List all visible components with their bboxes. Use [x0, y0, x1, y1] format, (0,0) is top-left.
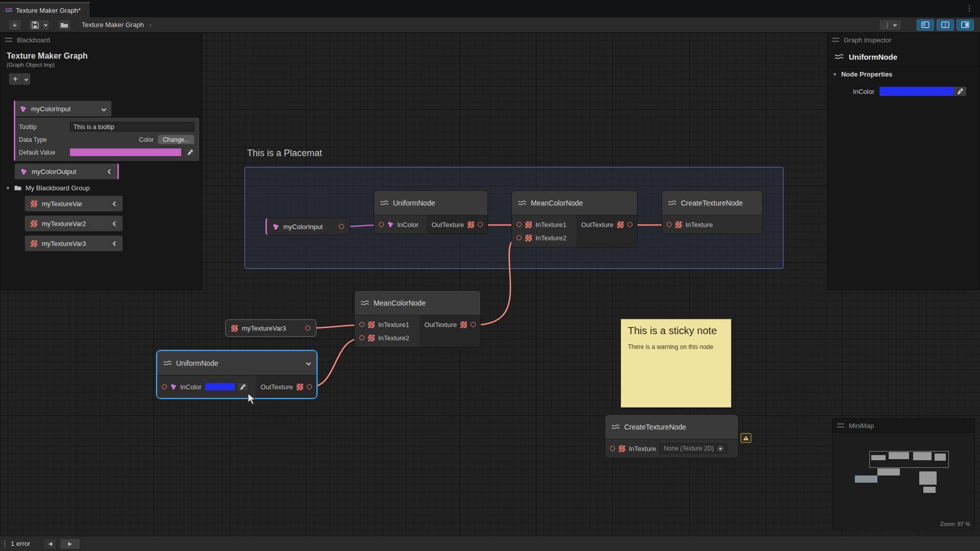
sticky-note[interactable]: This is a sticky note There is a warning… [621, 319, 731, 408]
edge-uniformsel-to-midmeancolor[interactable] [310, 338, 361, 387]
edge-texturevar3-to-midmeancolor[interactable] [309, 325, 361, 328]
node-title-bar[interactable]: CreateTextureNode [662, 191, 762, 215]
output-port[interactable] [471, 322, 476, 327]
input-port[interactable] [517, 235, 522, 240]
zoom-label: Zoom: 87 % [940, 521, 970, 527]
tooltip-input[interactable]: This is a tooltip [70, 122, 194, 132]
token-mycolorinput[interactable]: myColorInput [265, 218, 350, 235]
default-color-swatch[interactable] [70, 148, 181, 156]
node-title-bar[interactable]: MeanColorNode [355, 291, 480, 315]
field-mycolorinput[interactable]: myColorInput [14, 101, 112, 117]
node-icon [380, 200, 388, 206]
show-in-project-button[interactable] [58, 19, 71, 31]
node-createtexture-bottom[interactable]: CreateTextureNode InTexture None (Textur… [605, 414, 739, 458]
graph-inspector-panel[interactable]: Graph Inspector UniformNode ▼ Node Prope… [827, 33, 980, 290]
foldout-triangle-icon[interactable]: ▼ [6, 186, 10, 191]
eyedropper-icon [957, 88, 963, 94]
toggle-blackboard-button[interactable] [917, 19, 934, 31]
chevron-left-icon[interactable] [113, 221, 118, 226]
output-port[interactable] [339, 224, 344, 229]
change-type-button[interactable]: Change... [158, 135, 194, 144]
node-properties-label: Node Properties [841, 70, 892, 78]
field-mytexturevar3[interactable]: myTextureVar3 [24, 235, 123, 252]
port-label: OutTexture [431, 221, 464, 229]
eyedropper-button[interactable] [185, 148, 194, 156]
object-picker-icon[interactable] [718, 446, 723, 452]
toggle-minimap-button[interactable] [957, 19, 974, 31]
breadcrumb[interactable]: Texture Maker Graph › [82, 20, 152, 29]
drag-handle-icon[interactable] [5, 38, 12, 42]
document-tab[interactable]: Texture Maker Graph* [0, 2, 90, 17]
options-dropdown[interactable]: ⋮ [879, 19, 901, 31]
field-mycoloroutput[interactable]: myColorOutput [14, 163, 119, 180]
output-port[interactable] [478, 222, 483, 227]
color-swatch[interactable] [205, 383, 235, 390]
texture-type-icon [368, 335, 375, 341]
window-menu-icon[interactable]: ⋮ [966, 4, 974, 13]
toggle-inspector-button[interactable] [937, 19, 954, 31]
minimap-panel[interactable]: MiniMap Zoom: 87 % [832, 418, 975, 530]
add-field-button[interactable]: + [9, 73, 22, 85]
node-meancolor-top[interactable]: MeanColorNode InTexture1 InTexture2 [511, 190, 638, 247]
node-meancolor-mid[interactable]: MeanColorNode InTexture1 InTexture2 [354, 290, 481, 347]
chevron-left-icon[interactable] [113, 201, 118, 206]
node-properties-foldout[interactable]: ▼ Node Properties [827, 66, 979, 82]
node-uniform-top[interactable]: UniformNode InColor OutTexture [374, 190, 488, 234]
output-port[interactable] [307, 384, 312, 389]
input-port[interactable] [379, 222, 384, 227]
blackboard-group[interactable]: ▼ My Blackboard Group [6, 184, 90, 192]
warning-badge[interactable] [741, 433, 751, 443]
token-mytexturevar3[interactable]: myTextureVar3 [225, 319, 316, 337]
node-title-bar[interactable]: UniformNode [374, 191, 487, 215]
collapse-chevron-icon[interactable] [306, 361, 311, 366]
node-title: UniformNode [393, 199, 435, 207]
color-swatch[interactable] [879, 87, 954, 96]
eyedropper-button[interactable] [238, 383, 248, 390]
node-uniform-selected[interactable]: UniformNode InColor OutTexture [156, 350, 317, 399]
output-port[interactable] [627, 222, 632, 227]
node-title-bar[interactable]: MeanColorNode [512, 191, 637, 215]
tab-title: Texture Maker Graph* [16, 7, 81, 14]
field-mytexturevar[interactable]: myTextureVar [24, 195, 123, 212]
minimap-node [913, 452, 932, 460]
minimap-header[interactable]: MiniMap [832, 419, 974, 432]
input-port[interactable] [517, 222, 522, 227]
placemat-label[interactable]: This is a Placemat [247, 148, 322, 159]
input-port[interactable] [162, 384, 167, 389]
save-dropdown[interactable] [42, 19, 50, 31]
graph-canvas[interactable]: This is a Placemat myColorInput Uni [0, 33, 980, 536]
output-port[interactable] [305, 325, 310, 331]
drag-handle-icon[interactable] [832, 38, 839, 42]
node-icon [361, 300, 369, 306]
input-port[interactable] [667, 222, 672, 227]
foldout-triangle-icon[interactable]: ▼ [832, 72, 837, 77]
input-port[interactable] [610, 446, 615, 451]
chevron-left-icon[interactable] [108, 169, 113, 174]
node-title: MeanColorNode [531, 199, 583, 207]
blackboard-header[interactable]: Blackboard [1, 33, 202, 46]
input-port[interactable] [359, 335, 364, 340]
minimap-view[interactable]: Zoom: 87 % [832, 432, 974, 530]
node-title-bar[interactable]: CreateTextureNode [605, 415, 738, 439]
breadcrumb-item[interactable]: Texture Maker Graph [82, 21, 144, 29]
color-type-icon [20, 168, 27, 175]
add-node-button[interactable]: + [8, 19, 21, 31]
chevron-down-icon[interactable] [102, 106, 107, 111]
property-label: InColor [827, 88, 874, 95]
drag-handle-icon[interactable] [837, 423, 844, 428]
color-type-icon [170, 384, 177, 390]
node-title: CreateTextureNode [681, 199, 743, 207]
node-title-bar[interactable]: UniformNode [157, 351, 316, 375]
add-field-dropdown[interactable] [22, 73, 31, 85]
eyedropper-button[interactable] [954, 87, 966, 96]
chevron-left-icon[interactable] [113, 241, 118, 246]
inspector-header[interactable]: Graph Inspector [827, 33, 979, 46]
blackboard-panel[interactable]: Blackboard Texture Maker Graph (Graph Ob… [0, 33, 202, 290]
previous-error-button[interactable]: ◀ [43, 538, 57, 549]
save-button[interactable] [29, 19, 42, 31]
next-error-button[interactable]: ▶ [60, 538, 80, 549]
input-port[interactable] [359, 322, 364, 327]
field-mytexturevar2[interactable]: myTextureVar2 [24, 215, 123, 232]
node-createtexture-top[interactable]: CreateTextureNode InTexture [662, 190, 763, 234]
object-field[interactable]: None (Texture 2D) [659, 443, 727, 454]
